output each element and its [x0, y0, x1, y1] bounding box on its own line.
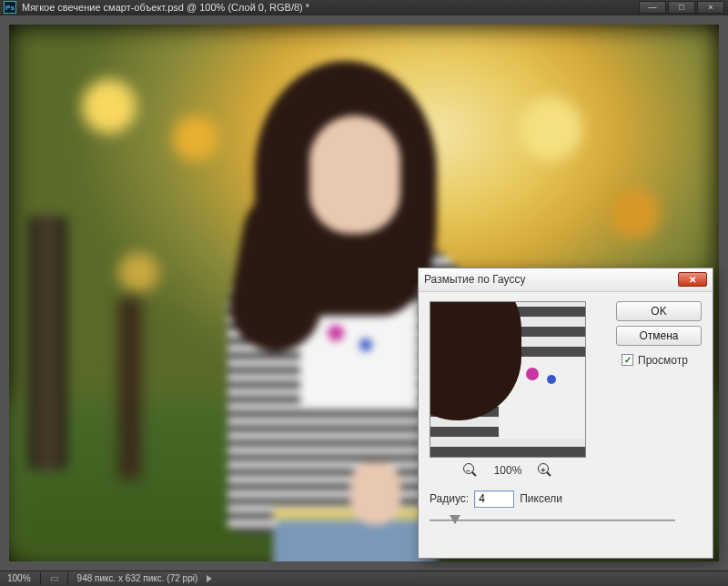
dialog-body: OK Отмена ✓ Просмотр: [419, 292, 713, 558]
ps-app-icon: Ps: [4, 1, 16, 14]
gaussian-blur-dialog: Размытие по Гауссу ✕ OK Отмена ✓ Просмот…: [418, 268, 713, 559]
radius-label: Радиус:: [430, 492, 469, 505]
titlebar[interactable]: Ps Мягкое свечение смарт-объект.psd @ 10…: [0, 0, 728, 15]
statusbar: 100% ▭ 948 пикс. x 632 пикс. (72 ppi): [0, 571, 728, 586]
preview-checkbox[interactable]: ✓: [622, 354, 633, 366]
status-nav-icon[interactable]: ▭: [50, 573, 58, 583]
dialog-titlebar[interactable]: Размытие по Гауссу ✕: [419, 268, 713, 292]
status-doc-info: 948 пикс. x 632 пикс. (72 ppi): [77, 573, 198, 583]
radius-unit-label: Пиксели: [520, 492, 562, 505]
plus-icon: +: [541, 467, 545, 475]
preview-zoom-value: 100%: [494, 464, 522, 477]
maximize-button[interactable]: □: [668, 1, 695, 14]
slider-thumb[interactable]: [450, 515, 460, 524]
radius-slider[interactable]: [430, 513, 675, 528]
ok-button[interactable]: OK: [616, 301, 702, 321]
status-flyout-icon[interactable]: [207, 575, 212, 582]
dialog-title-text: Размытие по Гауссу: [424, 273, 678, 286]
status-zoom[interactable]: 100%: [7, 573, 31, 583]
zoom-in-button[interactable]: +: [538, 463, 552, 478]
minimize-button[interactable]: —: [639, 1, 666, 14]
radius-input[interactable]: [474, 490, 514, 508]
dialog-close-button[interactable]: ✕: [678, 272, 707, 287]
canvas-area: Размытие по Гауссу ✕ OK Отмена ✓ Просмот…: [0, 15, 728, 571]
cancel-button[interactable]: Отмена: [616, 326, 702, 346]
preview-checkbox-label: Просмотр: [638, 354, 688, 367]
dialog-button-column: OK Отмена ✓ Просмотр: [616, 301, 702, 367]
document-title: Мягкое свечение смарт-объект.psd @ 100% …: [22, 2, 637, 13]
minus-icon: –: [466, 467, 470, 475]
preview-checkbox-row[interactable]: ✓ Просмотр: [616, 354, 702, 367]
close-icon: ✕: [689, 275, 696, 285]
preview-zoom-controls: – 100% +: [430, 463, 586, 478]
slider-track: [430, 520, 675, 521]
filter-preview[interactable]: [430, 301, 586, 458]
close-window-button[interactable]: ×: [697, 1, 724, 14]
photoshop-window: Ps Мягкое свечение смарт-объект.psd @ 10…: [0, 0, 728, 586]
radius-row: Радиус: Пиксели: [430, 490, 702, 508]
preview-image: [430, 302, 585, 457]
zoom-out-button[interactable]: –: [463, 463, 478, 478]
